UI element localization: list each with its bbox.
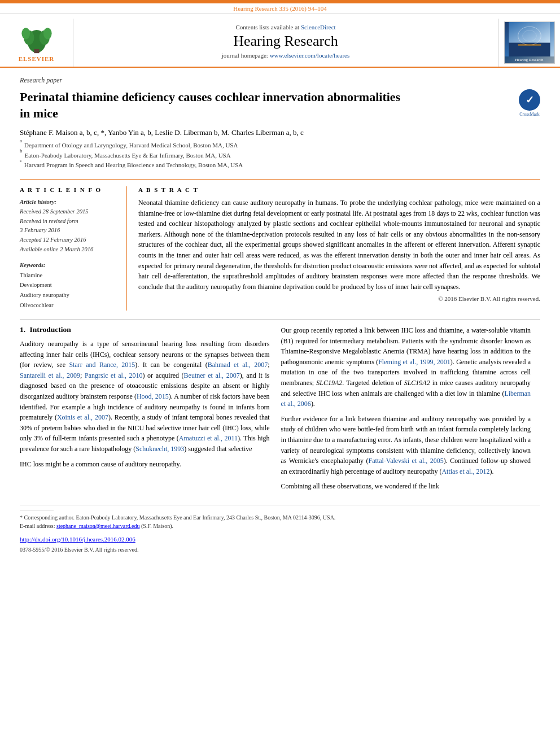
- svg-point-5: [43, 28, 51, 39]
- intro-paragraph-2: IHC loss might be a common cause of audi…: [20, 459, 270, 470]
- svg-rect-6: [34, 49, 39, 53]
- received-date: Received 28 September 2015: [20, 207, 118, 217]
- revised-date: 3 February 2016: [20, 226, 118, 235]
- ref-santarelli[interactable]: Santarelli et al., 2009: [20, 372, 80, 379]
- ref-pangrsic[interactable]: Pangrsic et al., 2010: [85, 372, 142, 379]
- intro-section-title: 1. Introduction: [20, 325, 270, 334]
- article-info-column: A R T I C L E I N F O Article history: R…: [20, 186, 127, 311]
- affil-text-c: Harvard Program in Speech and Hearing Bi…: [24, 160, 243, 171]
- keyword-3: Auditory neuropathy: [20, 290, 118, 300]
- ref-fattal[interactable]: Fattal-Valevski et al., 2005: [368, 457, 443, 465]
- article-type: Research paper: [20, 76, 540, 85]
- crossmark-icon: ✓: [519, 89, 540, 111]
- elsevier-tree-icon: [17, 23, 56, 54]
- contents-line: Contents lists available at ScienceDirec…: [235, 24, 335, 30]
- abstract-column: A B S T R A C T Neonatal thiamine defici…: [138, 186, 540, 311]
- intro-paragraph-1: Auditory neuropathy is a type of sensori…: [20, 339, 270, 455]
- citation-text: Hearing Research 335 (2016) 94–104: [233, 5, 327, 12]
- ref-xoinis[interactable]: Xoinis et al., 2007: [57, 413, 108, 421]
- ref-starr[interactable]: Starr and Rance, 2015: [69, 361, 135, 369]
- affil-text-b: Eaton-Peabody Laboratory, Massachusetts …: [25, 151, 231, 161]
- article-content: Research paper Perinatal thiamine defici…: [0, 68, 560, 565]
- svg-rect-8: [509, 22, 550, 43]
- abstract-copyright: © 2016 Elsevier B.V. All rights reserved…: [138, 295, 540, 302]
- sciencedirect-link[interactable]: ScienceDirect: [301, 24, 336, 30]
- ref-liberman[interactable]: Liberman et al., 2006: [281, 390, 531, 408]
- abstract-text: Neonatal thiamine deficiency can cause a…: [138, 198, 540, 292]
- keyword-2: Development: [20, 280, 118, 290]
- authors-text: Stéphane F. Maison a, b, c, *, Yanbo Yin…: [20, 128, 304, 137]
- footnote-area: * Corresponding author. Eaton-Peabody La…: [20, 505, 540, 554]
- authors-line: Stéphane F. Maison a, b, c, *, Yanbo Yin…: [20, 128, 540, 137]
- ref-hood[interactable]: Hood, 2015: [137, 392, 169, 400]
- article-title: Perinatal thiamine deficiency causes coc…: [20, 89, 404, 121]
- footnote-separator: [20, 510, 54, 510]
- ref-amatuzzi[interactable]: Amatuzzi et al., 2011: [179, 434, 238, 442]
- section-divider: [20, 319, 540, 320]
- abstract-heading: A B S T R A C T: [138, 186, 540, 193]
- crossmark-area: ✓ CrossMark: [519, 89, 540, 117]
- ref-bahmad[interactable]: Bahmad et al., 2007: [208, 361, 268, 369]
- email-note: E-mail address: stephane_maison@meei.har…: [20, 522, 540, 530]
- ref-beutner[interactable]: Beutner et al., 2007: [184, 372, 240, 379]
- keyword-4: Olivocochlear: [20, 300, 118, 311]
- info-abstract-section: A R T I C L E I N F O Article history: R…: [20, 179, 540, 311]
- ref-schuknecht[interactable]: Schuknecht, 1993: [135, 445, 184, 453]
- right-paragraph-1: Our group recently reported a link betwe…: [281, 325, 531, 409]
- cover-art-icon: [504, 22, 555, 56]
- journal-title: Hearing Research: [233, 33, 338, 50]
- affil-sup-c: c: [20, 160, 22, 171]
- doi-link: http://dx.doi.org/10.1016/j.heares.2016.…: [20, 535, 540, 544]
- keywords-section: Keywords: Thiamine Development Auditory …: [20, 260, 118, 311]
- journal-homepage: journal homepage: www.elsevier.com/locat…: [222, 52, 350, 59]
- citation-bar: Hearing Research 335 (2016) 94–104: [0, 3, 560, 14]
- journal-cover-image: Hearing Research: [504, 21, 555, 64]
- elsevier-label: ELSEVIER: [19, 55, 55, 62]
- elsevier-logo: ELSEVIER: [17, 23, 56, 62]
- page: Hearing Research 335 (2016) 94–104 ELSEV…: [0, 0, 560, 747]
- affiliation-a: a Department of Otology and Laryngology,…: [20, 141, 540, 151]
- affil-text-a: Department of Otology and Laryngology, H…: [24, 141, 238, 151]
- online-date: Available online 2 March 2016: [20, 245, 118, 255]
- article-info-heading: A R T I C L E I N F O: [20, 186, 118, 193]
- revised-label: Received in revised form: [20, 217, 118, 226]
- journal-logo-area: ELSEVIER: [0, 19, 73, 67]
- ref-attias[interactable]: Attias et al., 2012: [441, 468, 489, 475]
- homepage-link[interactable]: www.elsevier.com/locate/heares: [270, 52, 350, 59]
- right-paragraph-3: Combining all these observations, we won…: [281, 481, 531, 492]
- ref-fleming[interactable]: Fleming et al., 1999, 2001: [378, 358, 450, 366]
- right-paragraph-2: Further evidence for a link between thia…: [281, 414, 531, 477]
- email-link[interactable]: stephane_maison@meei.harvard.edu: [56, 523, 140, 529]
- doi-url[interactable]: http://dx.doi.org/10.1016/j.heares.2016.…: [20, 536, 135, 543]
- journal-cover-area: Hearing Research: [498, 19, 560, 67]
- corresponding-author-note: * Corresponding author. Eaton-Peabody La…: [20, 513, 540, 522]
- bottom-copyright: 0378-5955/© 2016 Elsevier B.V. All right…: [20, 545, 540, 554]
- svg-point-4: [21, 28, 30, 39]
- accepted-date: Accepted 12 February 2016: [20, 235, 118, 245]
- keyword-1: Thiamine: [20, 270, 118, 281]
- journal-header: ELSEVIER Contents lists available at Sci…: [0, 14, 560, 68]
- affiliation-c: c Harvard Program in Speech and Hearing …: [20, 160, 540, 171]
- cover-title: Hearing Research: [505, 56, 554, 63]
- affiliation-b: b Eaton-Peabody Laboratory, Massachusett…: [20, 151, 540, 161]
- affiliations: a Department of Otology and Laryngology,…: [20, 141, 540, 171]
- crossmark-label: CrossMark: [519, 112, 540, 117]
- body-columns: 1. Introduction Auditory neuropathy is a…: [20, 325, 540, 496]
- journal-header-center: Contents lists available at ScienceDirec…: [73, 19, 498, 67]
- body-left-column: 1. Introduction Auditory neuropathy is a…: [20, 325, 270, 496]
- article-history: Article history: Received 28 September 2…: [20, 198, 118, 255]
- body-right-column: Our group recently reported a link betwe…: [281, 325, 531, 496]
